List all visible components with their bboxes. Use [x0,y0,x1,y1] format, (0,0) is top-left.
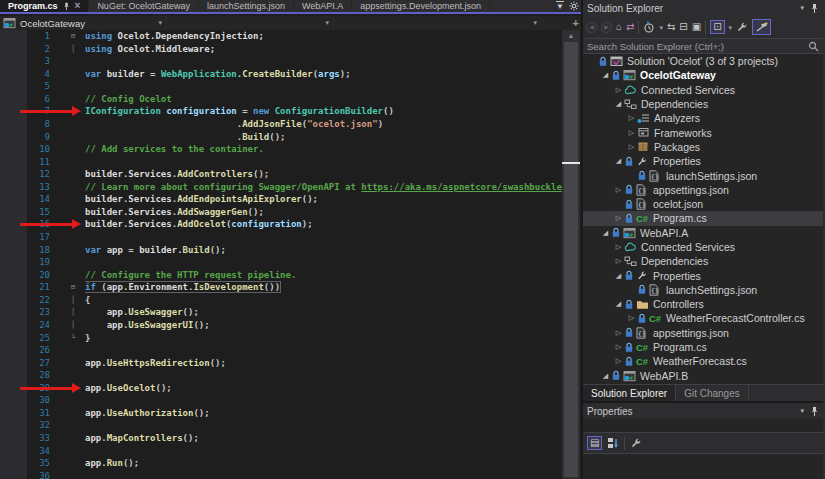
expander-closed-icon[interactable]: ▷ [613,329,624,337]
outlining-margin[interactable] [50,55,85,68]
code-line-16[interactable]: 16builder.Services.AddOcelot(configurati… [0,218,563,231]
code-line-33[interactable]: 33app.MapControllers(); [0,432,563,445]
type-dropdown[interactable]: ▾ [166,16,333,30]
outlining-margin[interactable] [50,93,85,106]
outlining-margin[interactable] [50,457,85,470]
outlining-margin[interactable] [50,445,85,458]
tree-item-launchsettings-json[interactable]: {}launchSettings.json [583,168,823,182]
tree-item-controllers[interactable]: ◢Controllers [583,297,823,311]
tree-item-properties[interactable]: ◢Properties [583,154,823,168]
code-line-4[interactable]: 4var builder = WebApplication.CreateBuil… [0,68,563,81]
forward-icon[interactable]: ▶ [601,22,612,33]
outlining-margin[interactable] [50,357,85,370]
active-files-dropdown-icon[interactable]: ▼ [556,1,564,11]
expander-closed-icon[interactable]: ▷ [613,86,624,94]
document-tab-nuget-ocelotgateway[interactable]: NuGet: OcelotGateway [89,0,199,12]
outlining-margin[interactable] [50,206,85,219]
expander-open-icon[interactable]: ◢ [613,100,624,108]
code-line-2[interactable]: 2│using Ocelot.Middleware; [0,43,563,56]
property-pages-icon[interactable] [630,437,642,449]
code-line-23[interactable]: 23│ app.UseSwagger(); [0,306,563,319]
outlining-margin[interactable]: │ [50,306,85,319]
outlining-margin[interactable]: │ [50,43,85,56]
outlining-margin[interactable] [50,369,85,382]
tree-item-program-cs[interactable]: ▷C#Program.cs [583,340,823,354]
code-line-30[interactable]: 30 [0,394,563,407]
code-line-32[interactable]: 32 [0,419,563,432]
filter-dropdown-icon[interactable]: ▾ [659,24,663,31]
code-line-7[interactable]: 7IConfiguration configuration = new Conf… [0,105,563,118]
document-tab-program-cs[interactable]: Program.cs × [0,0,89,12]
window-menu-chevron-icon[interactable]: ▾ [800,4,804,12]
outlining-margin[interactable] [50,68,85,81]
tree-item-weatherforecastcontroller-cs[interactable]: ▷C#WeatherForecastController.cs [583,311,823,325]
code-line-14[interactable]: 14builder.Services.AddEndpointsApiExplor… [0,193,563,206]
document-tab-webapi-a[interactable]: WebAPI.A [294,0,352,12]
expander-closed-icon[interactable]: ▷ [613,257,624,265]
pin-icon[interactable] [810,3,819,14]
code-line-15[interactable]: 15builder.Services.AddSwaggerGen(); [0,206,563,219]
scrollbar-thumb[interactable] [564,42,578,477]
tool-window-tab-solution-explorer[interactable]: Solution Explorer [583,385,676,401]
expander-closed-icon[interactable]: ▷ [613,214,624,222]
code-line-6[interactable]: 6// Config Ocelot [0,93,563,106]
outlining-margin[interactable] [50,407,85,420]
code-line-10[interactable]: 10// Add services to the container. [0,143,563,156]
code-line-18[interactable]: 18var app = builder.Build(); [0,244,563,257]
outlining-margin[interactable] [50,131,85,144]
outlining-margin[interactable] [50,419,85,432]
outlining-margin[interactable] [50,193,85,206]
expander-open-icon[interactable]: ◢ [613,157,624,165]
expander-closed-icon[interactable]: ▷ [626,143,637,151]
code-line-13[interactable]: 13// Learn more about configuring Swagge… [0,181,563,194]
expander-closed-icon[interactable]: ▷ [613,243,624,251]
pending-changes-filter-icon[interactable] [643,21,655,33]
properties-pages-icon[interactable] [752,19,771,35]
code-line-21[interactable]: 21⊟if (app.Environment.IsDevelopment()) [0,281,563,294]
expander-closed-icon[interactable]: ▷ [613,357,624,365]
code-line-3[interactable]: 3 [0,55,563,68]
preview-selected-items-icon[interactable]: ▣ [692,22,701,32]
scroll-up-arrow-icon[interactable]: ▲ [562,32,580,39]
tree-item-frameworks[interactable]: ▷Frameworks [583,125,823,139]
document-tab-appsettings-development-json[interactable]: appsettings.Development.json [352,0,490,12]
show-all-files-icon[interactable]: ⊡ [710,20,724,34]
tree-item-analyzers[interactable]: ▷Analyzers [583,111,823,125]
outlining-margin[interactable] [50,394,85,407]
settings-gear-icon[interactable] [569,1,579,11]
window-menu-chevron-icon[interactable]: ▾ [800,407,804,415]
tree-item-launchsettings-json[interactable]: {}launchSettings.json [583,283,823,297]
code-line-20[interactable]: 20// Configure the HTTP request pipeline… [0,269,563,282]
tree-item-program-cs[interactable]: ▷C#Program.cs [583,211,823,225]
expander-closed-icon[interactable]: ▷ [626,314,637,322]
outlining-margin[interactable] [50,80,85,93]
code-line-22[interactable]: 22│{ [0,294,563,307]
pin-icon[interactable] [810,406,819,417]
tree-item-dependencies[interactable]: ◢Dependencies [583,97,823,111]
solution-explorer-title-bar[interactable]: Solution Explorer ▾ [583,0,823,16]
home-icon[interactable]: ⌂ [616,22,622,32]
member-dropdown[interactable]: ▾ [333,16,561,30]
code-line-29[interactable]: 29app.UseOcelot(); [0,382,563,395]
tool-window-tab-git-changes[interactable]: Git Changes [676,385,749,401]
expander-open-icon[interactable]: ◢ [600,372,611,380]
outlining-margin[interactable] [50,470,85,479]
close-icon[interactable]: × [75,1,81,11]
tree-item-appsettings-json[interactable]: ▷{}appsettings.json [583,326,823,340]
categorized-icon[interactable]: ▤ [587,436,602,450]
code-line-5[interactable]: 5 [0,80,563,93]
expander-closed-icon[interactable]: ▷ [626,129,637,137]
code-line-26[interactable]: 26 [0,344,563,357]
project-dropdown[interactable]: # OcelotGateway ▾ [0,16,166,30]
expander-open-icon[interactable]: ◢ [600,71,611,79]
outlining-margin[interactable]: └ [50,332,85,345]
outlining-margin[interactable] [50,118,85,131]
tree-item-weatherforecast-cs[interactable]: ▷C#WeatherForecast.cs [583,354,823,368]
outlining-margin[interactable]: │ [50,294,85,307]
tree-item-packages[interactable]: ▷Packages [583,140,823,154]
alphabetical-sort-icon[interactable] [607,437,619,449]
expander-open-icon[interactable]: ◢ [613,272,624,280]
outlining-margin[interactable] [50,432,85,445]
outlining-margin[interactable]: ⊟ [50,30,85,43]
tree-item-dependencies[interactable]: ▷Dependencies [583,254,823,268]
